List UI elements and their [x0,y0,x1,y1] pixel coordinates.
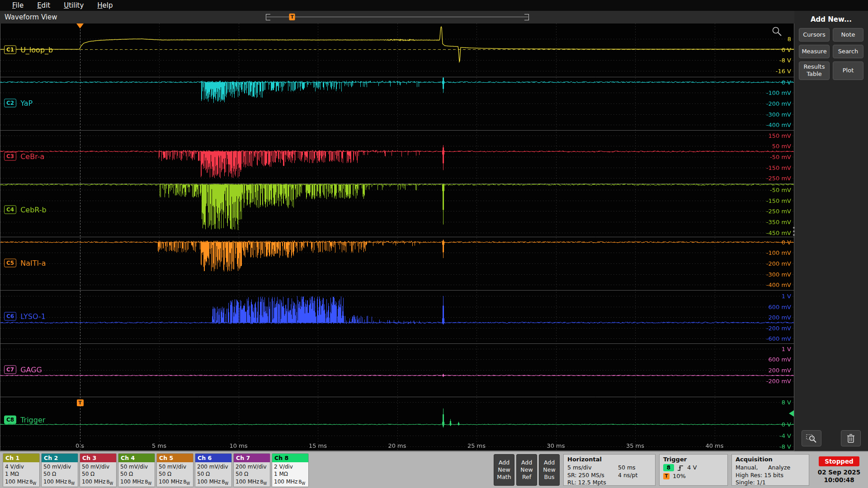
horizontal-title: Horizontal [567,456,651,463]
scale-label: -50 mV [770,187,791,193]
channel-config-ch1[interactable]: Ch 14 V/div1 MΩ100 MHzBW [3,453,40,487]
channel-bandwidth: 100 MHzBW [197,478,230,487]
channel-label-c6[interactable]: C6LYSO-1 [4,312,46,320]
view-title-bar: Waveform View T [0,11,794,23]
add-new-bus-button[interactable]: AddNewBus [539,454,560,486]
horizontal-position-bar[interactable]: T [266,14,529,20]
add-new-results-table-button[interactable]: Results Table [799,61,830,80]
channel-config-ch8[interactable]: Ch 82 V/div1 MΩ100 MHzBW [272,453,309,487]
panel-grab-handle[interactable] [793,227,795,236]
scale-label: 0 V [782,79,791,85]
trigger-title: Trigger [663,456,724,463]
waveform-view-panel: Waveform View T T C1U_loop_b80 V-8 V-16 … [0,11,794,451]
channel-label-c7[interactable]: C7GAGG [4,365,42,374]
waveform-display[interactable]: T C1U_loop_b80 V-8 V-16 VC2YaP0 V-100 mV… [0,23,794,451]
add-new-measure-button[interactable]: Measure [799,45,830,58]
add-new-note-button[interactable]: Note [833,28,863,42]
add-new-ref-button[interactable]: AddNewRef [516,454,537,486]
channel-badge-c8[interactable]: C8 [4,415,16,424]
channel-label-c1[interactable]: C1U_loop_b [4,45,53,54]
channel-vdiv: 50 mV/div [82,463,114,471]
menu-edit[interactable]: Edit [30,1,57,9]
menu-bar: FileEditUtilityHelp [0,0,868,11]
trigger-source-badge: 8 [663,464,674,471]
channel-config-header: Ch 4 [118,454,155,462]
time-axis-label: 35 ms [626,442,644,449]
channel-badge-c6[interactable]: C6 [4,312,16,320]
scale-label: -100 mV [766,249,791,256]
sample-rate: SR: 250 MS/s [567,472,618,479]
scale-label: 0 V [782,46,791,53]
trigger-settings-panel[interactable]: Trigger 8 4 V T 10% [659,454,728,486]
channel-config-header: Ch 1 [3,454,39,462]
date-label: 02 Sep 2025 [818,469,860,476]
menu-help[interactable]: Help [90,1,119,9]
channel-impedance: 50 Ω [120,470,153,478]
time-axis-label: 20 ms [388,442,406,449]
add-new-panel: Add New... CursorsNoteMeasureSearchResul… [794,11,868,451]
time-axis-label: 40 ms [705,442,723,449]
channel-name-c2: YaP [20,99,33,107]
channel-badge-c5[interactable]: C5 [4,258,16,267]
menu-file[interactable]: File [5,1,30,9]
channel-label-c3[interactable]: C3CeBr-a [4,152,44,160]
acquisition-title: Acquisition [736,456,805,463]
channel-impedance: 50 Ω [159,470,191,478]
channel-vdiv: 50 mV/div [120,463,153,471]
channel-badge-c3[interactable]: C3 [4,152,16,160]
channel-config-body: 200 mV/div50 Ω100 MHzBW [234,462,270,487]
add-new-plot-button[interactable]: Plot [833,61,863,80]
trash-button[interactable] [841,430,861,446]
channel-config-ch3[interactable]: Ch 350 mV/div50 Ω100 MHzBW [80,453,117,487]
add-new-math-button[interactable]: AddNewMath [494,454,514,486]
acquisition-settings-panel[interactable]: Acquisition Manual, Analyze High Res: 15… [731,454,809,486]
channel-config-ch4[interactable]: Ch 450 mV/div50 Ω100 MHzBW [118,453,155,487]
zoom-mode-button[interactable] [802,430,821,446]
horizontal-settings-panel[interactable]: Horizontal 5 ms/div 50 ms SR: 250 MS/s 4… [563,454,656,486]
channel-vdiv: 50 mV/div [43,463,76,471]
channel-vdiv: 200 mV/div [236,463,268,471]
zoom-glass-icon[interactable] [771,26,783,38]
trigger-source-marker[interactable]: T [77,399,84,406]
channel-config-ch2[interactable]: Ch 250 mV/div50 Ω100 MHzBW [41,453,78,487]
add-new-search-button[interactable]: Search [833,45,863,58]
channel-config-ch5[interactable]: Ch 550 mV/div50 Ω100 MHzBW [156,453,193,487]
channel-bandwidth: 100 MHzBW [159,478,191,487]
channel-config-body: 50 mV/div50 Ω100 MHzBW [42,462,78,487]
trigger-position-marker[interactable]: T [289,14,295,20]
channel-vdiv: 200 mV/div [197,463,230,471]
channel-config-body: 2 V/div1 MΩ100 MHzBW [272,462,308,487]
scale-label: 200 mV [768,367,791,374]
channel-label-c2[interactable]: C2YaP [4,99,33,107]
time-axis-label: 15 ms [309,442,327,449]
time-axis-label: 10 ms [229,442,247,449]
channel-bandwidth: 100 MHzBW [43,478,76,487]
menu-utility[interactable]: Utility [57,1,90,9]
scale-label: -8 V [779,443,791,450]
channel-badge-c2[interactable]: C2 [4,99,16,107]
bandwidth-tag: BW [29,479,36,484]
scale-label: -8 V [779,57,791,64]
channel-config-ch6[interactable]: Ch 6200 mV/div50 Ω100 MHzBW [195,453,232,487]
run-status-block: Stopped 02 Sep 2025 10:00:48 [813,456,865,484]
channel-label-c4[interactable]: C4CebR-b [4,205,47,214]
channel-badge-c1[interactable]: C1 [4,45,16,54]
channel-config-body: 4 V/div1 MΩ100 MHzBW [3,462,39,487]
scale-label: -100 mV [766,89,791,96]
waveform-canvas[interactable] [0,23,794,450]
trigger-level-indicator[interactable] [789,410,794,417]
channel-badge-c4[interactable]: C4 [4,205,16,214]
channel-config-header: Ch 2 [42,454,78,462]
channel-bandwidth: 100 MHzBW [82,478,114,487]
horizontal-window: 50 ms [618,464,636,472]
view-title: Waveform View [5,13,57,21]
channel-name-c3: CeBr-a [20,152,44,160]
channel-label-c8[interactable]: C8Trigger [4,415,45,424]
panel-bottom-buttons [802,430,861,446]
add-new-cursors-button[interactable]: Cursors [799,28,830,42]
trigger-position-indicator[interactable] [76,23,84,28]
channel-badge-c7[interactable]: C7 [4,365,16,374]
channel-config-ch7[interactable]: Ch 7200 mV/div50 Ω100 MHzBW [233,453,270,487]
scale-label: -250 mV [766,175,791,182]
channel-label-c5[interactable]: C5NaITl-a [4,258,46,267]
